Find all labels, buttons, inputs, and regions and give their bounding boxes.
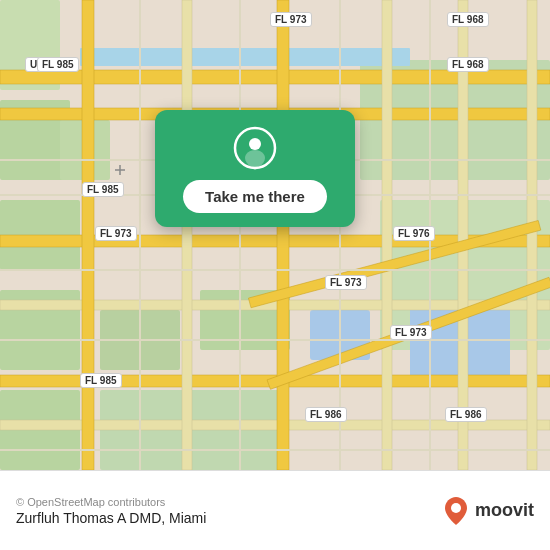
svg-rect-23 xyxy=(277,0,289,470)
moovit-logo: moovit xyxy=(445,497,534,525)
road-label-fl985-2: FL 985 xyxy=(82,182,124,197)
attribution-text: © OpenStreetMap contributors xyxy=(16,496,206,508)
road-label-fl986-1: FL 986 xyxy=(305,407,347,422)
svg-rect-26 xyxy=(527,0,537,470)
moovit-pin-icon xyxy=(445,497,467,525)
road-label-fl976-1: FL 973 xyxy=(95,226,137,241)
road-label-fl973-top: FL 973 xyxy=(270,12,312,27)
place-name: Zurfluh Thomas A DMD, Miami xyxy=(16,510,206,526)
svg-point-41 xyxy=(249,138,261,150)
svg-rect-14 xyxy=(80,48,410,66)
take-me-there-button[interactable]: Take me there xyxy=(183,180,327,213)
svg-rect-22 xyxy=(182,0,192,470)
road-label-fl976-2: FL 976 xyxy=(393,226,435,241)
road-label-fl985-1: FL 985 xyxy=(37,57,79,72)
popup-card: Take me there xyxy=(155,110,355,227)
svg-rect-21 xyxy=(82,0,94,470)
road-label-fl986-2: FL 986 xyxy=(445,407,487,422)
road-label-fl973-3: FL 973 xyxy=(390,325,432,340)
bottom-bar: © OpenStreetMap contributors Zurfluh Tho… xyxy=(0,470,550,550)
location-pin-icon xyxy=(233,126,277,170)
moovit-text: moovit xyxy=(475,500,534,521)
svg-rect-24 xyxy=(382,0,392,470)
road-label-fl985-3: FL 985 xyxy=(80,373,122,388)
map-view: US 41 FL 973 FL 968 FL 985 FL 968 FL 985… xyxy=(0,0,550,470)
road-label-fl968-2: FL 968 xyxy=(447,12,489,27)
road-label-fl968-1: FL 968 xyxy=(447,57,489,72)
road-label-fl973-2: FL 973 xyxy=(325,275,367,290)
svg-point-42 xyxy=(451,503,461,513)
